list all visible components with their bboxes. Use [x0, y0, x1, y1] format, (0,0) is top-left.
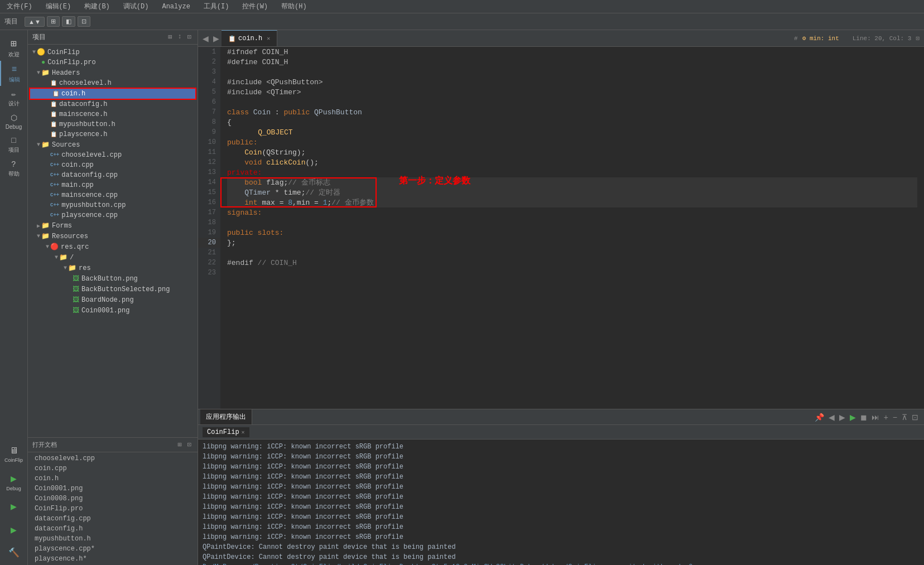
- tree-item-boardnode[interactable]: 🖼 BoardNode.png: [28, 294, 198, 305]
- output-btn-stop[interactable]: ◼: [859, 412, 868, 423]
- open-doc-dataconfig-cpp[interactable]: dataconfig.cpp: [28, 514, 198, 524]
- tree-item-coin-h[interactable]: 📋 coin.h: [30, 89, 195, 99]
- menu-controls[interactable]: 控件(W): [240, 1, 270, 12]
- toolbar-split-btn[interactable]: ◧: [62, 16, 75, 27]
- run-debug-icon: ▶: [11, 524, 17, 536]
- open-doc-playscence-h[interactable]: playscence.h*: [28, 554, 198, 564]
- tree-item-sources[interactable]: ▼ 📁 Sources: [28, 139, 198, 150]
- tree-item-slash[interactable]: ▼ 📁 /: [28, 252, 198, 263]
- tree-item-main-cpp[interactable]: C++ main.cpp: [28, 180, 198, 190]
- open-doc-coin0001[interactable]: Coin0001.png: [28, 484, 198, 494]
- tree-item-coinflip[interactable]: ▼ 🟡 CoinFlip: [28, 47, 198, 57]
- output-line-4: libpng warning: iCCP: known incorrect sR…: [203, 472, 920, 482]
- tree-item-playscence-cpp[interactable]: C++ playscence.cpp: [28, 210, 198, 220]
- open-doc-coinflip-pro[interactable]: CoinFlip.pro: [28, 504, 198, 514]
- output-btn-skip[interactable]: ⏭: [870, 412, 880, 423]
- tree-item-coinflip-pro[interactable]: ● CoinFlip.pro: [28, 57, 198, 67]
- tree-item-res-qrc[interactable]: ▼ 🔴 res.qrc: [28, 242, 198, 252]
- output-btn-pin[interactable]: 📌: [814, 412, 825, 423]
- sidebar-item-edit[interactable]: ≡ 编辑: [0, 61, 28, 86]
- toolbar-sort-btn[interactable]: ▲▼: [25, 17, 45, 27]
- tree-item-res[interactable]: ▼ 📁 res: [28, 263, 198, 273]
- coin0001-icon: 🖼: [73, 306, 79, 315]
- tree-item-coin0001[interactable]: 🖼 Coin0001.png: [28, 305, 198, 316]
- menu-edit[interactable]: 编辑(E): [44, 1, 74, 12]
- build-button[interactable]: 🔨: [0, 540, 28, 561]
- tree-item-playscence-h[interactable]: 📋 playscence.h: [28, 129, 198, 139]
- headers-icon: 📁: [41, 69, 50, 77]
- tree-item-backbutton[interactable]: 🖼 BackButton.png: [28, 273, 198, 284]
- tree-item-forms[interactable]: ▶ 📁 Forms: [28, 220, 198, 231]
- sidebar-item-design[interactable]: ✏ 设计: [0, 86, 28, 110]
- output-btn-add[interactable]: +: [883, 412, 889, 423]
- ln-13: 13: [198, 167, 220, 177]
- open-doc-mypushbutton-h[interactable]: mypushbutton.h: [28, 534, 198, 544]
- open-docs-btn2[interactable]: ⊡: [186, 440, 193, 450]
- toolbar-expand-btn[interactable]: ⊡: [78, 16, 90, 27]
- tree-item-headers[interactable]: ▼ 📁 Headers: [28, 67, 198, 78]
- tree-item-chooselevel-cpp[interactable]: C++ chooselevel.cpp: [28, 150, 198, 160]
- tab-close-btn[interactable]: ✕: [267, 35, 270, 42]
- tab-coin-h[interactable]: 📋 coin.h ✕: [222, 30, 277, 46]
- output-btn-minus[interactable]: −: [892, 412, 898, 423]
- run-debug-button[interactable]: ▶: [0, 517, 28, 538]
- tree-item-mainscence-cpp[interactable]: C++ mainscence.cpp: [28, 190, 198, 200]
- tree-item-chooselevel-h[interactable]: 📋 chooselevel.h: [28, 78, 198, 88]
- sidebar-item-coinflip[interactable]: 🖥 CoinFlip: [0, 442, 28, 465]
- open-doc-chooselevel-cpp[interactable]: chooselevel.cpp: [28, 453, 198, 463]
- output-btn-expand[interactable]: ⊡: [911, 412, 920, 423]
- sidebar-item-help[interactable]: ? 帮助: [0, 156, 28, 180]
- playscence-h-icon: 📋: [50, 131, 57, 138]
- open-doc-coin-h[interactable]: coin.h: [28, 474, 198, 484]
- tree-item-mypushbutton-h[interactable]: 📋 mypushbutton.h: [28, 119, 198, 129]
- open-doc-coin0008[interactable]: Coin0008.png: [28, 494, 198, 504]
- menu-tools[interactable]: 工具(I): [201, 1, 232, 12]
- tree-item-dataconfig-h[interactable]: 📋 dataconfig.h: [28, 99, 198, 109]
- sidebar-item-debug2[interactable]: ▶ Debug: [0, 467, 28, 494]
- run-button[interactable]: ▶: [0, 496, 28, 515]
- open-doc-playscence-cpp[interactable]: playscence.cpp*: [28, 544, 198, 554]
- tree-item-coin-cpp[interactable]: C++ coin.cpp: [28, 160, 198, 170]
- coinflip-output-close[interactable]: ✕: [242, 429, 245, 436]
- filter-icon[interactable]: ⊞: [166, 32, 174, 42]
- ln-2: 2: [198, 57, 220, 67]
- sidebar-item-debug[interactable]: ⬡ Debug: [0, 110, 28, 132]
- menu-build[interactable]: 构建(B): [82, 1, 112, 12]
- tree-item-mypushbutton-cpp[interactable]: C++ mypushbutton.cpp: [28, 200, 198, 210]
- menu-file[interactable]: 文件(F): [4, 1, 35, 12]
- open-doc-coin-cpp[interactable]: coin.cpp: [28, 463, 198, 474]
- output-btn-fwd[interactable]: ▶: [838, 412, 846, 423]
- menu-help[interactable]: 帮助(H): [279, 1, 309, 12]
- output-area[interactable]: libpng warning: iCCP: known incorrect sR…: [198, 440, 924, 565]
- sync-icon[interactable]: ↕: [176, 32, 184, 42]
- coinflip-output-tab[interactable]: CoinFlip ✕: [203, 427, 249, 437]
- tree-item-backbutton-selected[interactable]: 🖼 BackButtonSelected.png: [28, 284, 198, 294]
- ln-20: 20: [198, 238, 220, 248]
- output-btn-collapse[interactable]: ⊼: [901, 412, 908, 423]
- code-content[interactable]: #ifndef COIN_H #define COIN_H #include <…: [220, 47, 924, 409]
- tree-item-dataconfig-cpp[interactable]: C++ dataconfig.cpp: [28, 170, 198, 180]
- tree-item-resources[interactable]: ▼ 📁 Resources: [28, 231, 198, 242]
- toolbar-filter-btn[interactable]: ⊞: [47, 16, 60, 27]
- tree-item-mainscence-h[interactable]: 📋 mainscence.h: [28, 109, 198, 119]
- file-tree-header: 项目 ⊞ ↕ ⊡: [28, 30, 198, 45]
- output-btn-back[interactable]: ◀: [827, 412, 836, 423]
- sidebar-item-project[interactable]: □ 项目: [0, 132, 28, 156]
- tab-nav-fwd[interactable]: ▶: [211, 30, 222, 46]
- headers-expand-arrow: ▼: [37, 70, 40, 76]
- open-docs-panel: 打开文档 ⊞ ⊡ chooselevel.cpp coin.cpp coin.h…: [28, 437, 198, 565]
- output-btn-run[interactable]: ▶: [849, 412, 857, 423]
- sidebar-label-coinflip: CoinFlip: [4, 457, 23, 463]
- open-doc-dataconfig-h[interactable]: dataconfig.h: [28, 524, 198, 534]
- sidebar-item-welcome[interactable]: ⊞ 欢迎: [0, 35, 28, 61]
- open-docs-btn1[interactable]: ⊞: [176, 440, 184, 450]
- editor-area[interactable]: 1 2 3 4 5 6 7 8 9 10 11 12 13 14 15 16 1: [198, 47, 924, 409]
- menu-debug[interactable]: 调试(D): [121, 1, 151, 12]
- code-line-4: #include <QPushButton>: [227, 77, 917, 87]
- menu-analyze[interactable]: Analyze: [160, 2, 192, 12]
- output-tab-label[interactable]: 应用程序输出: [200, 409, 252, 424]
- output-line-7: libpng warning: iCCP: known incorrect sR…: [203, 502, 920, 512]
- expand-panel-icon[interactable]: ⊡: [186, 32, 193, 42]
- sidebar-label-edit: 编辑: [9, 76, 20, 84]
- tab-nav-back[interactable]: ◀: [200, 30, 211, 46]
